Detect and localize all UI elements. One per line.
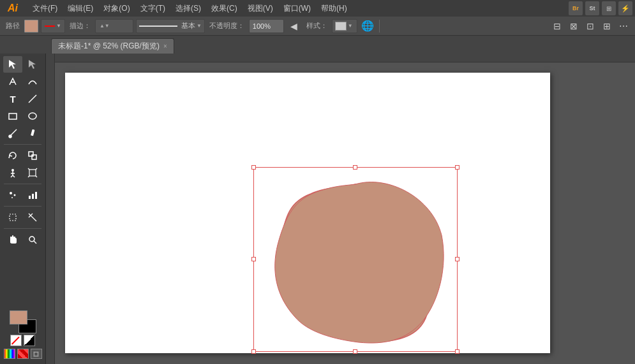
- left-tool-panel: T: [0, 54, 46, 364]
- type-tool[interactable]: T: [3, 91, 22, 107]
- distribute-btn[interactable]: ⊞: [599, 19, 615, 33]
- free-transform-tool[interactable]: [23, 164, 42, 181]
- graph-tool[interactable]: [23, 187, 42, 203]
- scale-tool[interactable]: [23, 147, 42, 164]
- stroke-style-dropdown[interactable]: 基本 ▼: [136, 19, 205, 33]
- symbol-tool[interactable]: [3, 187, 22, 203]
- app-logo: Ai: [3, 3, 23, 14]
- svg-marker-0: [9, 60, 16, 69]
- menu-edit[interactable]: 编辑(E): [63, 2, 98, 15]
- stroke-label: 描边：: [68, 21, 93, 31]
- line-tool[interactable]: [23, 91, 42, 107]
- tool-row-6: [1, 147, 44, 164]
- hand-tool[interactable]: [3, 231, 22, 248]
- menu-select[interactable]: 选择(S): [171, 2, 205, 15]
- document-canvas[interactable]: [65, 73, 550, 353]
- path-label: 路径: [4, 21, 22, 31]
- toolbar: 路径 ▼ 描边： ▲▼ 基本 ▼ 不透明度： ◀ 样式： ▼ 🌐 ⊟ ⊠ ⊡ ⊞…: [0, 17, 635, 36]
- svg-point-25: [29, 237, 34, 242]
- menu-object[interactable]: 对象(O): [99, 2, 134, 15]
- foreground-background-swatches[interactable]: [10, 310, 36, 333]
- menu-text[interactable]: 文字(T): [136, 2, 170, 15]
- document-tab[interactable]: 未标题-1* @ 52% (RGB/预览) ×: [51, 38, 174, 54]
- handle-top-mid[interactable]: [353, 165, 357, 170]
- svg-rect-22: [10, 214, 16, 221]
- pencil-tool[interactable]: [23, 125, 42, 142]
- stock-icon[interactable]: St: [585, 1, 599, 15]
- rotate-tool[interactable]: [3, 147, 22, 164]
- svg-rect-15: [29, 170, 36, 176]
- tab-name: 未标题-1* @ 52% (RGB/预览): [58, 41, 160, 52]
- selection-tool[interactable]: [3, 56, 22, 73]
- svg-point-18: [11, 197, 13, 198]
- handle-top-left[interactable]: [251, 165, 256, 170]
- fill-color-box[interactable]: [24, 20, 38, 33]
- svg-rect-7: [31, 129, 34, 136]
- artboard-tool[interactable]: [3, 209, 22, 226]
- menu-file[interactable]: 文件(F): [28, 2, 62, 15]
- handle-bottom-left[interactable]: [251, 349, 256, 354]
- zoom-tool[interactable]: [23, 231, 42, 248]
- svg-line-26: [34, 241, 36, 244]
- handle-mid-right[interactable]: [455, 257, 459, 261]
- handle-bottom-right[interactable]: [455, 349, 459, 354]
- gradient-mode-btn[interactable]: [17, 349, 29, 359]
- svg-rect-21: [35, 192, 37, 199]
- menu-effect[interactable]: 效果(C): [207, 2, 242, 15]
- slice-tool[interactable]: [23, 209, 42, 226]
- stroke-width-caret: ▲▼: [100, 23, 110, 29]
- more-btn[interactable]: ⋯: [616, 19, 631, 33]
- handle-mid-left[interactable]: [251, 257, 256, 261]
- handle-bottom-mid[interactable]: [353, 349, 357, 354]
- tool-row-8: [1, 187, 44, 203]
- tool-divider-2: [4, 184, 41, 184]
- style-label: 样式：: [304, 21, 329, 31]
- pattern-mode-btn[interactable]: ⬚: [31, 349, 42, 359]
- stroke-width-dropdown[interactable]: ▲▼: [95, 19, 133, 33]
- stroke-type-btn[interactable]: ▼: [41, 19, 65, 33]
- align-right-btn[interactable]: ⊡: [583, 19, 598, 33]
- menu-right-icons: Br St ⊞ ⚡: [569, 1, 632, 15]
- ellipse-tool[interactable]: [23, 108, 42, 124]
- svg-rect-20: [32, 194, 34, 199]
- default-colors-btn[interactable]: [24, 335, 35, 346]
- svg-rect-9: [32, 155, 36, 159]
- blob-shape[interactable]: [260, 171, 451, 340]
- foreground-color-swatch[interactable]: [10, 310, 27, 324]
- menu-help[interactable]: 帮助(H): [317, 2, 352, 15]
- search-icon[interactable]: ⚡: [618, 1, 632, 15]
- workspace-icon[interactable]: ⊞: [602, 1, 616, 15]
- svg-point-6: [9, 135, 11, 138]
- canvas-area[interactable]: [46, 54, 635, 364]
- opacity-input[interactable]: [249, 19, 284, 33]
- rect-tool[interactable]: [3, 108, 22, 124]
- ruler-left: [46, 54, 55, 364]
- opacity-label: 不透明度：: [207, 21, 246, 31]
- align-center-btn[interactable]: ⊠: [566, 19, 581, 33]
- paintbrush-tool[interactable]: [3, 125, 22, 142]
- main-area: T: [0, 54, 635, 364]
- align-left-btn[interactable]: ⊟: [549, 19, 565, 33]
- tab-close-btn[interactable]: ×: [163, 43, 167, 50]
- bridge-icon[interactable]: Br: [569, 1, 583, 15]
- tool-row-3: T: [1, 91, 44, 107]
- handle-top-right[interactable]: [455, 165, 459, 170]
- svg-point-5: [29, 113, 36, 119]
- opacity-decrease-btn[interactable]: ◀: [287, 19, 302, 33]
- curvature-tool[interactable]: [23, 73, 42, 90]
- tool-divider-4: [4, 228, 41, 229]
- none-color-swatch[interactable]: [10, 335, 22, 346]
- puppet-warp-tool[interactable]: [3, 164, 22, 181]
- tool-row-7: [1, 164, 44, 181]
- direct-selection-tool[interactable]: [23, 56, 42, 73]
- menu-window[interactable]: 窗口(W): [279, 2, 315, 15]
- globe-icon-btn[interactable]: 🌐: [360, 19, 375, 33]
- color-mode-btn[interactable]: [4, 349, 15, 359]
- tool-row-9: [1, 209, 44, 226]
- pen-tool[interactable]: [3, 73, 22, 90]
- style-dropdown[interactable]: ▼: [332, 19, 357, 33]
- menu-view[interactable]: 视图(V): [243, 2, 278, 15]
- svg-line-14: [13, 175, 15, 177]
- svg-marker-1: [29, 60, 36, 69]
- tab-bar: 未标题-1* @ 52% (RGB/预览) ×: [0, 36, 635, 54]
